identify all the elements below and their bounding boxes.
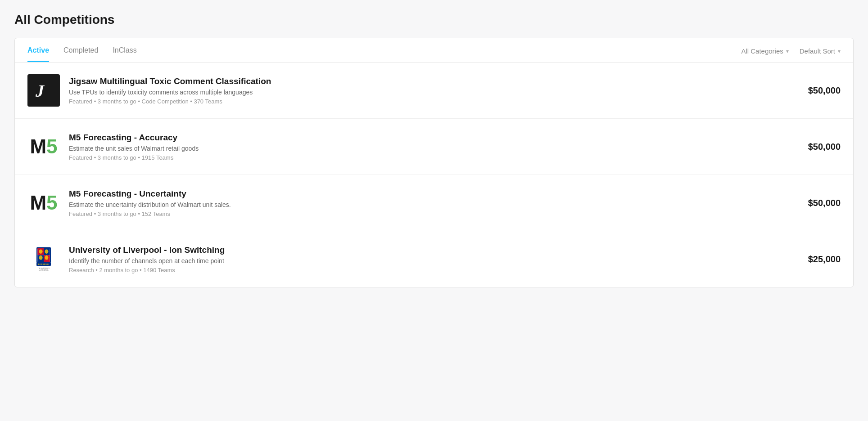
categories-filter[interactable]: All Categories ▾	[741, 47, 788, 55]
svg-point-10	[45, 255, 48, 260]
svg-text:J: J	[35, 81, 45, 100]
competition-logo-liverpool: LIVERPOOL THE UNIVERSITY of LIVERPOOL	[27, 243, 60, 275]
tab-inclass[interactable]: InClass	[113, 46, 136, 62]
competition-meta-jigsaw: Featured • 3 months to go • Code Competi…	[69, 98, 787, 105]
sort-label: Default Sort	[800, 47, 835, 55]
competition-desc-liverpool: Identify the number of channels open at …	[69, 257, 787, 264]
tab-active[interactable]: Active	[27, 46, 49, 62]
competition-info-m5-accuracy: M5 Forecasting - Accuracy Estimate the u…	[69, 133, 787, 161]
competition-list: J Jigsaw Multilingual Toxic Comment Clas…	[15, 63, 853, 287]
competition-logo-m5-accuracy: M5	[27, 130, 60, 163]
categories-chevron-icon: ▾	[786, 48, 789, 54]
competition-prize-m5-accuracy: $50,000	[796, 142, 841, 152]
competition-prize-m5-uncertainty: $50,000	[796, 198, 841, 208]
svg-point-8	[45, 249, 48, 254]
svg-point-7	[39, 249, 43, 254]
competition-logo-m5-uncertainty: M5	[27, 187, 60, 219]
competition-name-liverpool: University of Liverpool - Ion Switching	[69, 245, 787, 255]
sort-chevron-icon: ▾	[838, 48, 841, 54]
competition-prize-jigsaw: $50,000	[796, 85, 841, 96]
competition-desc-m5-uncertainty: Estimate the uncertainty distribution of…	[69, 201, 787, 208]
tab-completed[interactable]: Completed	[63, 46, 98, 62]
tabs-container: Active Completed InClass	[27, 46, 137, 62]
competition-item-m5-uncertainty[interactable]: M5 M5 Forecasting - Uncertainty Estimate…	[15, 175, 853, 231]
competition-info-m5-uncertainty: M5 Forecasting - Uncertainty Estimate th…	[69, 189, 787, 217]
competition-logo-jigsaw: J	[27, 74, 60, 107]
competition-desc-m5-accuracy: Estimate the unit sales of Walmart retai…	[69, 145, 787, 152]
competition-info-liverpool: University of Liverpool - Ion Switching …	[69, 245, 787, 273]
competition-name-m5-uncertainty: M5 Forecasting - Uncertainty	[69, 189, 787, 199]
filters-container: All Categories ▾ Default Sort ▾	[741, 47, 841, 61]
sort-filter[interactable]: Default Sort ▾	[800, 47, 841, 55]
categories-label: All Categories	[741, 47, 783, 55]
competition-info-jigsaw: Jigsaw Multilingual Toxic Comment Classi…	[69, 76, 787, 105]
competition-desc-jigsaw: Use TPUs to identify toxicity comments a…	[69, 89, 787, 96]
competitions-card: Active Completed InClass All Categories …	[14, 38, 854, 287]
competition-item-jigsaw[interactable]: J Jigsaw Multilingual Toxic Comment Clas…	[15, 63, 853, 119]
page-title: All Competitions	[14, 13, 854, 27]
m5-logo-text: M5	[30, 137, 57, 157]
m5-uncertainty-logo-text: M5	[30, 193, 57, 213]
competition-name-m5-accuracy: M5 Forecasting - Accuracy	[69, 133, 787, 143]
tabs-row: Active Completed InClass All Categories …	[15, 38, 853, 63]
competition-item-liverpool[interactable]: LIVERPOOL THE UNIVERSITY of LIVERPOOL Un…	[15, 231, 853, 287]
competition-prize-liverpool: $25,000	[796, 254, 841, 264]
competition-meta-m5-uncertainty: Featured • 3 months to go • 152 Teams	[69, 210, 787, 217]
competition-meta-m5-accuracy: Featured • 3 months to go • 1915 Teams	[69, 154, 787, 161]
svg-text:LIVERPOOL: LIVERPOOL	[38, 263, 49, 265]
competition-name-jigsaw: Jigsaw Multilingual Toxic Comment Classi…	[69, 76, 787, 86]
svg-point-9	[39, 255, 43, 260]
competition-meta-liverpool: Research • 2 months to go • 1490 Teams	[69, 267, 787, 273]
competition-item-m5-accuracy[interactable]: M5 M5 Forecasting - Accuracy Estimate th…	[15, 119, 853, 175]
svg-text:of LIVERPOOL: of LIVERPOOL	[39, 269, 49, 271]
